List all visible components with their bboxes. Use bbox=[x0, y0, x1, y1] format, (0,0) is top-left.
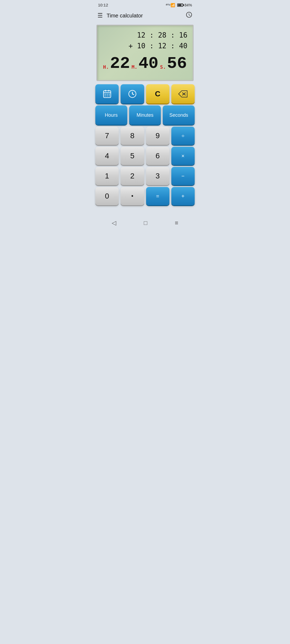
app-title: Time calculator bbox=[107, 13, 186, 19]
key-4[interactable]: 4 bbox=[95, 147, 119, 165]
calendar-button[interactable] bbox=[95, 84, 119, 104]
key-row-1: C bbox=[95, 84, 195, 104]
key-8[interactable]: 8 bbox=[121, 127, 144, 145]
clock-button[interactable] bbox=[121, 84, 144, 104]
seconds-label-btn: Seconds bbox=[169, 112, 188, 118]
seconds-group: S. 56 bbox=[160, 55, 187, 72]
keypad: C Hours Minutes Seconds 7 8 9 bbox=[93, 84, 197, 208]
clock-icon bbox=[128, 89, 137, 99]
minutes-button[interactable]: Minutes bbox=[129, 105, 161, 125]
svg-rect-5 bbox=[107, 94, 107, 95]
svg-rect-4 bbox=[105, 94, 106, 95]
signal-icon: ⁴⁶ᵍ📶 bbox=[166, 3, 175, 7]
svg-rect-7 bbox=[105, 96, 106, 96]
minutes-label-btn: Minutes bbox=[136, 112, 153, 118]
menu-icon[interactable]: ☰ bbox=[97, 13, 103, 19]
key-3[interactable]: 3 bbox=[146, 167, 169, 185]
backspace-icon bbox=[178, 90, 188, 98]
clear-button[interactable]: C bbox=[146, 84, 169, 104]
hours-label: H. bbox=[103, 64, 109, 70]
seconds-value: 56 bbox=[167, 55, 187, 72]
app-header: ☰ Time calculator bbox=[93, 9, 197, 23]
hours-button[interactable]: Hours bbox=[95, 105, 127, 125]
clear-label: C bbox=[155, 90, 160, 98]
key-divide[interactable]: ÷ bbox=[171, 127, 195, 145]
bottom-nav: ◁ □ ≡ bbox=[93, 215, 197, 231]
battery-icon bbox=[177, 3, 183, 7]
display-line2: + 10 : 12 : 40 bbox=[103, 41, 187, 51]
status-right: ⁴⁶ᵍ📶 84% bbox=[166, 3, 192, 7]
calendar-icon bbox=[102, 89, 112, 99]
key-1[interactable]: 1 bbox=[95, 167, 119, 185]
key-row-3: 7 8 9 ÷ bbox=[95, 127, 195, 145]
key-row-2: Hours Minutes Seconds bbox=[95, 105, 195, 125]
calculator-display: 12 : 28 : 16 + 10 : 12 : 40 H. 22 M. 40 … bbox=[96, 25, 194, 81]
key-row-4: 4 5 6 × bbox=[95, 147, 195, 165]
key-dot[interactable]: · bbox=[121, 187, 144, 205]
key-equals[interactable]: = bbox=[146, 187, 169, 205]
seconds-label: S. bbox=[160, 64, 166, 70]
key-6[interactable]: 6 bbox=[146, 147, 169, 165]
backspace-button[interactable] bbox=[171, 84, 195, 104]
hours-label-btn: Hours bbox=[105, 112, 118, 118]
key-7[interactable]: 7 bbox=[95, 127, 119, 145]
key-9[interactable]: 9 bbox=[146, 127, 169, 145]
key-5[interactable]: 5 bbox=[121, 147, 144, 165]
battery-level: 84% bbox=[184, 3, 192, 7]
minutes-label: M. bbox=[132, 64, 137, 70]
minutes-value: 40 bbox=[139, 55, 158, 72]
display-result: H. 22 M. 40 S. 56 bbox=[103, 55, 187, 72]
svg-point-13 bbox=[132, 94, 133, 94]
status-bar: 10:12 ⁴⁶ᵍ📶 84% bbox=[93, 0, 197, 9]
svg-rect-6 bbox=[109, 94, 110, 95]
back-button[interactable]: ◁ bbox=[112, 219, 116, 226]
display-lines: 12 : 28 : 16 + 10 : 12 : 40 bbox=[103, 30, 187, 52]
minutes-group: M. 40 bbox=[132, 55, 158, 72]
key-0[interactable]: 0 bbox=[95, 187, 119, 205]
svg-rect-9 bbox=[109, 96, 110, 96]
status-time: 10:12 bbox=[98, 3, 108, 7]
recent-button[interactable]: ≡ bbox=[175, 219, 178, 226]
key-2[interactable]: 2 bbox=[121, 167, 144, 185]
key-row-6: 0 · = + bbox=[95, 187, 195, 205]
hours-value: 22 bbox=[110, 55, 130, 72]
key-subtract[interactable]: − bbox=[171, 167, 195, 185]
seconds-button[interactable]: Seconds bbox=[163, 105, 195, 125]
display-line1: 12 : 28 : 16 bbox=[103, 30, 187, 41]
key-multiply[interactable]: × bbox=[171, 147, 195, 165]
key-row-5: 1 2 3 − bbox=[95, 167, 195, 185]
history-icon[interactable] bbox=[186, 11, 193, 20]
home-button[interactable]: □ bbox=[144, 219, 147, 226]
hours-group: H. 22 bbox=[103, 55, 130, 72]
key-add[interactable]: + bbox=[171, 187, 195, 205]
svg-rect-8 bbox=[107, 96, 107, 96]
